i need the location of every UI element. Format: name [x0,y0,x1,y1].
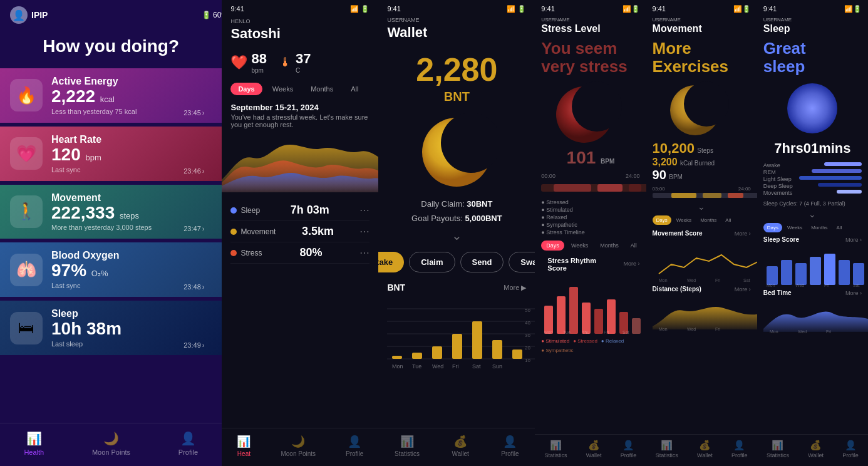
ph5-tab-weeks[interactable]: Weeks [673,215,695,225]
svg-rect-28 [554,184,591,192]
stats6-nav-icon: 📊 [772,440,783,451]
ph4-nav-profile[interactable]: 👤 Profile [621,440,637,458]
ph4-status: 📶🔋 [623,5,640,13]
ph2-tab-days[interactable]: Days [230,83,262,95]
ph6-bed-chart: Mon Wed Fri [757,298,868,335]
ph2-temp-stat: 🌡 37 C [279,51,311,74]
ph5-bpm: 90 [653,168,666,182]
ph4-tab-all[interactable]: All [626,241,642,251]
ph5-nav-wallet[interactable]: 💰 Wallet [697,440,713,458]
svg-rect-8 [412,353,422,359]
ph6-nav-stats[interactable]: 📊 Statistics [767,440,789,458]
ph4-more[interactable]: More › [624,261,640,267]
claim-button[interactable]: Claim [409,252,455,272]
ph6-time: 9:41 [763,5,777,13]
ph6-tab-days[interactable]: Days [763,223,782,232]
ph4-nav-stats[interactable]: 📊 Statistics [545,440,567,458]
ph4-tab-days[interactable]: Days [541,241,564,251]
profile6-nav-icon: 👤 [845,440,857,451]
expand-icon[interactable]: ⌄ [378,225,535,246]
ph2-temp-value: 37 [296,51,311,67]
ph5-score-chart: Mon Wed Fri Sat [646,239,757,283]
svg-rect-64 [853,263,864,285]
ph4-bpm-value: 101 [567,148,596,167]
ph6-title: Sleep [757,23,868,37]
nav-profile[interactable]: 👤 Profile [178,431,198,456]
svg-text:Wed: Wed [432,363,443,370]
svg-text:Mon: Mon [659,327,668,331]
ph4-nav-wallet[interactable]: 💰 Wallet [586,440,602,458]
sleep-card[interactable]: 🛏 Sleep 10h 38m Last sleep 23:49 › [0,301,222,355]
ph6-tab-weeks[interactable]: Weeks [783,223,806,232]
ph5-title: Movement [646,23,757,37]
ph6-nav-wallet[interactable]: 💰 Wallet [808,440,824,458]
card-title: Movement [51,192,212,204]
movement-card[interactable]: 🚶 Movement 222,333 steps More than yeste… [0,185,222,239]
ph2-status-icons: 📶 🔋 [350,5,369,13]
ph6-score-more[interactable]: More › [845,237,862,243]
ph4-stress-text: You seemvery stress [535,37,646,78]
ph2-stress-metric[interactable]: Stress 80% ⋯ [230,242,369,264]
ph2-tab-all[interactable]: All [343,83,366,95]
ph3-nav-profile[interactable]: 👤 Profile [501,435,519,457]
blood-oxygen-card[interactable]: 🫁 Blood Oxygen 97% O₂% Last sync 23:48 › [0,242,222,297]
ph5-stats: 10,200 Steps 3,200 kCal Burned 90 BPM [646,138,757,185]
phone-sleep: 9:41 📶🔋 USERNAME Sleep Greatsleep 7hrs01… [757,0,868,466]
ph5-nav-stats[interactable]: 📊 Statistics [656,440,678,458]
ph5-more[interactable]: More › [735,230,751,237]
ph4-tab-weeks[interactable]: Weeks [566,241,593,251]
svg-text:Thu: Thu [582,330,589,334]
ph3-nav-wallet[interactable]: 💰 Wallet [452,435,468,457]
ph2-date-range: September 15-21, 2024 [230,103,369,112]
heart-rate-card[interactable]: 💗 Heart Rate 120 bpm Last sync 23:46 › [0,127,222,181]
ph2-tab-months[interactable]: Months [303,83,341,95]
ph6-nav-profile[interactable]: 👤 Profile [842,440,859,458]
ph6-sleep-time: 7hrs01mins [757,138,868,159]
ph2-date-section: September 15-21, 2024 You've had a stres… [222,99,378,132]
expand6-icon[interactable]: ⌄ [757,208,868,220]
stake-button[interactable]: Stake [378,252,404,272]
ph5-dist-more[interactable]: More › [735,286,751,293]
stats-nav-icon: 📊 [400,435,414,448]
ph4-tab-months[interactable]: Months [595,241,624,251]
card-title: Blood Oxygen [51,250,212,261]
indicator-stressed: ● Stressed [541,199,639,205]
svg-text:Wed: Wed [687,278,696,282]
ph2-nav-profile[interactable]: 👤 Profile [346,435,363,457]
moon-nav-icon2: 🌙 [291,435,305,448]
card-time: 23:45 › [183,109,204,116]
ph2-tab-weeks[interactable]: Weeks [265,83,301,95]
ph3-goal-label: Goal Payouts: [411,214,463,223]
ph5-time: 9:41 [653,5,666,13]
svg-text:Sun: Sun [492,363,502,370]
card-title: Heart Rate [51,134,212,145]
ph5-tab-months[interactable]: Months [696,215,720,225]
ph2-nav-moon[interactable]: 🌙 Moon Points [281,435,316,457]
svg-text:Fri: Fri [715,278,721,282]
ph2-nav-heat[interactable]: 📊 Heat [237,435,251,457]
ph3-nav-stats[interactable]: 📊 Statistics [395,435,420,457]
ph6-tab-all[interactable]: All [833,223,846,232]
expand5-icon[interactable]: ⌄ [646,200,757,213]
ph5-nav-stats-label: Statistics [656,452,678,458]
ph3-more-button[interactable]: More ▶ [504,284,526,292]
send-button[interactable]: Send [460,252,504,272]
active-energy-card[interactable]: 🔥 Active Energy 2,222 kcal Less than yes… [0,68,222,123]
phone-stress: 9:41 📶🔋 USERNAME Stress Level You seemve… [535,0,646,466]
ph6-bed-more[interactable]: More › [845,290,862,296]
nav-moonpoints[interactable]: 🌙 Moon Points [92,431,130,456]
ph2-sleep-metric[interactable]: Sleep 7h 03m ⋯ [230,200,369,221]
wallet4-nav-icon: 💰 [588,440,600,451]
svg-text:Mon: Mon [767,283,775,287]
ph6-tab-months[interactable]: Months [807,223,831,232]
ph5-nav-profile[interactable]: 👤 Profile [731,440,748,458]
ph5-tab-days[interactable]: Days [653,215,671,225]
card-value: 120 bpm [51,145,212,165]
svg-text:20: 20 [525,345,530,351]
ph3-claim-info: Daily Claim: 30BNT [378,197,535,211]
ph5-tab-all[interactable]: All [721,215,735,225]
swap-button[interactable]: Swap [509,252,535,272]
ph2-movement-metric[interactable]: Movement 3.5km ⋯ [230,221,369,242]
greeting: How you doing? [0,28,222,66]
nav-health[interactable]: 📊 Health [24,431,44,456]
